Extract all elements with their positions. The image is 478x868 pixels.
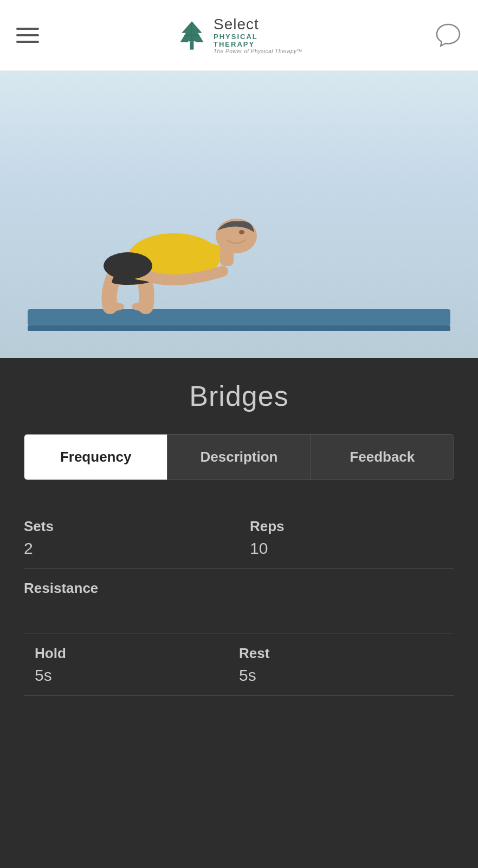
svg-rect-4: [28, 326, 450, 331]
app-header: Select PHYSICAL THERAPY The Power of Phy…: [0, 0, 478, 71]
reps-value: 10: [250, 539, 454, 558]
exercise-title: Bridges: [24, 380, 454, 412]
logo: Select PHYSICAL THERAPY The Power of Phy…: [176, 16, 302, 54]
frequency-content: Sets 2 Reps 10 Resistance Hold 5s Rest 5…: [24, 507, 454, 696]
logo-text: Select PHYSICAL THERAPY The Power of Phy…: [214, 16, 302, 54]
rest-item: Rest 5s: [239, 634, 454, 696]
resistance-value: [24, 601, 454, 623]
tab-feedback[interactable]: Feedback: [311, 435, 454, 480]
logo-physical-text: PHYSICAL: [214, 33, 258, 41]
sets-value: 2: [24, 539, 228, 558]
logo-select-text: Select: [214, 16, 259, 33]
chat-button[interactable]: [435, 22, 462, 49]
svg-rect-0: [190, 41, 194, 49]
hold-value: 5s: [35, 666, 239, 685]
tab-bar: Frequency Description Feedback: [24, 434, 454, 480]
svg-rect-3: [28, 309, 450, 326]
reps-label: Reps: [250, 518, 454, 535]
svg-point-11: [104, 252, 152, 279]
logo-therapy-text: THERAPY: [214, 41, 255, 48]
exercise-image-container: [0, 71, 478, 358]
hold-label: Hold: [35, 645, 239, 662]
chat-icon: [436, 23, 461, 47]
tab-frequency[interactable]: Frequency: [24, 435, 167, 480]
exercise-figure: [0, 71, 478, 358]
rest-label: Rest: [239, 645, 443, 662]
tab-description[interactable]: Description: [167, 435, 311, 480]
content-area: Bridges Frequency Description Feedback S…: [0, 358, 478, 868]
exercise-figure-svg: [28, 141, 450, 347]
logo-tagline-text: The Power of Physical Therapy™: [214, 48, 302, 54]
logo-tree-icon: [176, 19, 208, 52]
resistance-item: Resistance: [24, 569, 454, 634]
resistance-label: Resistance: [24, 580, 454, 597]
menu-button[interactable]: [16, 22, 43, 49]
sets-item: Sets 2: [24, 507, 239, 569]
reps-item: Reps 10: [239, 507, 454, 569]
svg-point-10: [239, 230, 244, 234]
hold-item: Hold 5s: [24, 634, 239, 696]
sets-label: Sets: [24, 518, 228, 535]
rest-value: 5s: [239, 666, 443, 685]
